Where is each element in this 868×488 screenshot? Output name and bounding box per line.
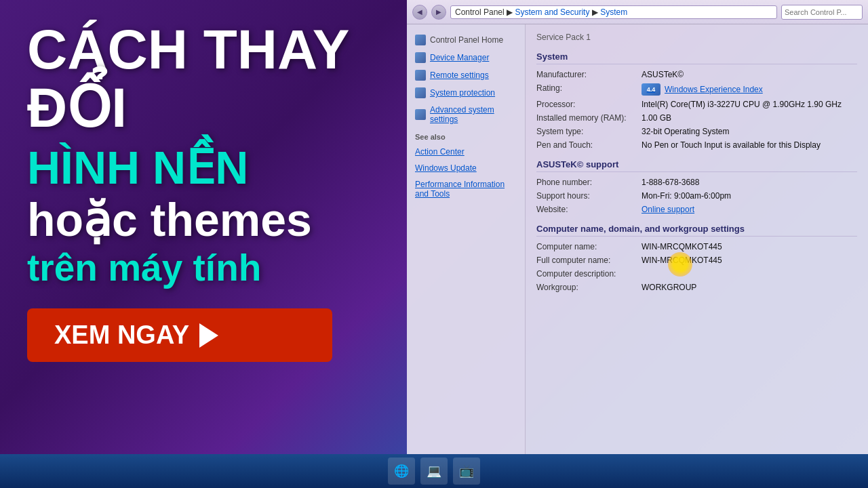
full-name-value: WIN-MRCQMKOT445 bbox=[642, 256, 857, 265]
path-end[interactable]: System bbox=[600, 7, 627, 17]
device-manager-icon bbox=[415, 52, 426, 63]
rating-row: Rating: 4.4 Windows Experience Index bbox=[536, 83, 857, 96]
comp-name-label: Computer name: bbox=[536, 242, 642, 251]
comp-name-row: Computer name: WIN-MRCQMKOT445 bbox=[536, 242, 857, 251]
advanced-icon bbox=[415, 109, 426, 120]
workgroup-row: Workgroup: WORKGROUP bbox=[536, 283, 857, 292]
taskbar-icon-3[interactable]: 📺 bbox=[453, 458, 480, 485]
cta-label: XEM NGAY bbox=[54, 321, 189, 350]
pen-label: Pen and Touch: bbox=[536, 140, 642, 150]
system-type-value: 32-bit Operating System bbox=[642, 127, 857, 136]
desc-label: Computer description: bbox=[536, 269, 642, 279]
rating-value: 4.4 Windows Experience Index bbox=[642, 83, 857, 96]
manufacturer-value: ASUSTeK© bbox=[642, 70, 857, 79]
sidebar-remote-settings[interactable]: Remote settings bbox=[407, 66, 525, 84]
title-line4: trên máy tính bbox=[27, 247, 407, 289]
win-exp-badge: 4.4 bbox=[642, 83, 660, 96]
taskbar-icons: 🌐 💻 📺 bbox=[388, 458, 480, 485]
address-path[interactable]: Control Panel ▶ System and Security ▶ Sy… bbox=[450, 5, 777, 19]
remote-icon bbox=[415, 70, 426, 81]
left-panel: CÁCH THAY ĐỔI HÌNH NỀN hoặc themes trên … bbox=[0, 0, 434, 454]
sidebar-performance-info[interactable]: Performance Information and Tools bbox=[407, 176, 525, 202]
search-input[interactable] bbox=[781, 5, 863, 20]
home-icon bbox=[415, 35, 426, 45]
sidebar-action-center[interactable]: Action Center bbox=[407, 144, 525, 160]
phone-value: 1-888-678-3688 bbox=[642, 178, 857, 187]
system-section-title: System bbox=[536, 52, 857, 64]
memory-value: 1.00 GB bbox=[642, 113, 857, 123]
title-line3: hoặc themes bbox=[27, 196, 407, 244]
sidebar-device-manager[interactable]: Device Manager bbox=[407, 49, 525, 66]
sidebar: Control Panel Home Device Manager Remote… bbox=[407, 24, 526, 454]
sidebar-windows-update[interactable]: Windows Update bbox=[407, 160, 525, 176]
path-mid[interactable]: System and Security bbox=[515, 7, 589, 17]
workgroup-label: Workgroup: bbox=[536, 283, 642, 292]
comp-name-value: WIN-MRCQMKOT445 bbox=[642, 242, 857, 251]
website-value[interactable]: Online support bbox=[642, 205, 857, 214]
forward-button[interactable]: ▶ bbox=[431, 5, 446, 20]
sidebar-advanced-settings[interactable]: Advanced system settings bbox=[407, 102, 525, 127]
taskbar-icon-2[interactable]: 💻 bbox=[420, 458, 448, 485]
processor-label: Processor: bbox=[536, 100, 642, 109]
sidebar-home-label: Control Panel Home bbox=[430, 35, 503, 45]
sidebar-sp-label: System protection bbox=[430, 88, 495, 98]
system-window: ◀ ▶ Control Panel ▶ System and Security … bbox=[407, 0, 868, 454]
path-sep: ▶ bbox=[592, 7, 600, 17]
support-section-title: ASUSTeK© support bbox=[536, 159, 857, 172]
performance-label: Performance Information and Tools bbox=[415, 180, 517, 199]
hours-label: Support hours: bbox=[536, 191, 642, 201]
sidebar-dm-label: Device Manager bbox=[430, 53, 489, 62]
see-also-section: See also bbox=[407, 127, 525, 144]
full-name-row: Full computer name: WIN-MRCQMKOT445 bbox=[536, 256, 857, 265]
processor-row: Processor: Intel(R) Core(TM) i3-3227U CP… bbox=[536, 100, 857, 109]
windows-experience-link[interactable]: 4.4 Windows Experience Index bbox=[642, 83, 857, 96]
computer-section-title: Computer name, domain, and workgroup set… bbox=[536, 224, 857, 237]
website-row: Website: Online support bbox=[536, 205, 857, 214]
hours-value: Mon-Fri: 9:00am-6:00pm bbox=[642, 191, 857, 201]
system-type-label: System type: bbox=[536, 127, 642, 136]
title-line1: CÁCH THAY ĐỔI bbox=[27, 20, 407, 137]
windows-update-label: Windows Update bbox=[415, 163, 477, 173]
title-line2: HÌNH NỀN bbox=[27, 144, 407, 192]
sidebar-rs-label: Remote settings bbox=[430, 70, 489, 80]
hours-row: Support hours: Mon-Fri: 9:00am-6:00pm bbox=[536, 191, 857, 201]
cta-button[interactable]: XEM NGAY bbox=[27, 308, 332, 362]
sidebar-as-label: Advanced system settings bbox=[430, 105, 517, 124]
pen-row: Pen and Touch: No Pen or Touch Input is … bbox=[536, 140, 857, 150]
phone-row: Phone number: 1-888-678-3688 bbox=[536, 178, 857, 187]
content-area: Control Panel Home Device Manager Remote… bbox=[407, 24, 868, 454]
back-button[interactable]: ◀ bbox=[412, 5, 427, 20]
rating-label: Rating: bbox=[536, 83, 642, 96]
protection-icon bbox=[415, 87, 426, 98]
action-center-label: Action Center bbox=[415, 147, 465, 157]
sidebar-home[interactable]: Control Panel Home bbox=[407, 31, 525, 49]
sidebar-system-protection[interactable]: System protection bbox=[407, 84, 525, 102]
taskbar: 🌐 💻 📺 bbox=[0, 454, 868, 488]
taskbar-icon-1[interactable]: 🌐 bbox=[388, 458, 415, 485]
phone-label: Phone number: bbox=[536, 178, 642, 187]
path-prefix: Control Panel ▶ bbox=[455, 7, 515, 17]
full-name-label: Full computer name: bbox=[536, 256, 642, 265]
main-content: Service Pack 1 System Manufacturer: ASUS… bbox=[526, 24, 868, 454]
address-bar: ◀ ▶ Control Panel ▶ System and Security … bbox=[407, 0, 868, 24]
manufacturer-row: Manufacturer: ASUSTeK© bbox=[536, 70, 857, 79]
memory-row: Installed memory (RAM): 1.00 GB bbox=[536, 113, 857, 123]
pen-value: No Pen or Touch Input is available for t… bbox=[642, 140, 857, 150]
win-exp-label: Windows Experience Index bbox=[665, 85, 763, 94]
play-icon bbox=[199, 323, 218, 348]
website-label: Website: bbox=[536, 205, 642, 214]
memory-label: Installed memory (RAM): bbox=[536, 113, 642, 123]
workgroup-value: WORKGROUP bbox=[642, 283, 857, 292]
processor-value: Intel(R) Core(TM) i3-3227U CPU @ 1.90GHz… bbox=[642, 100, 857, 109]
manufacturer-label: Manufacturer: bbox=[536, 70, 642, 79]
system-type-row: System type: 32-bit Operating System bbox=[536, 127, 857, 136]
desc-value bbox=[642, 269, 857, 279]
desc-row: Computer description: bbox=[536, 269, 857, 279]
service-pack: Service Pack 1 bbox=[536, 33, 857, 42]
